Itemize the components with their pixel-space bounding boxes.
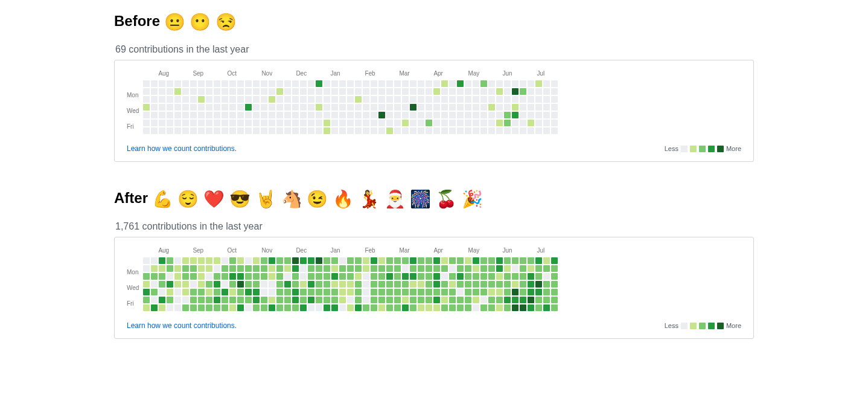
contribution-day[interactable] <box>308 297 314 303</box>
contribution-day[interactable] <box>504 273 511 280</box>
contribution-day[interactable] <box>418 281 424 288</box>
contribution-day[interactable] <box>237 304 244 311</box>
contribution-day[interactable] <box>214 289 220 295</box>
contribution-day[interactable] <box>276 297 283 303</box>
contribution-day[interactable] <box>214 112 220 118</box>
contribution-day[interactable] <box>261 281 267 288</box>
contribution-day[interactable] <box>410 112 416 118</box>
contribution-day[interactable] <box>331 127 338 134</box>
contribution-day[interactable] <box>543 88 550 95</box>
contribution-day[interactable] <box>253 112 260 118</box>
contribution-day[interactable] <box>410 297 416 303</box>
contribution-day[interactable] <box>182 88 189 95</box>
contribution-day[interactable] <box>410 96 416 103</box>
contribution-day[interactable] <box>245 96 252 103</box>
contribution-day[interactable] <box>237 289 244 295</box>
contribution-day[interactable] <box>386 104 393 111</box>
contribution-day[interactable] <box>535 281 542 288</box>
contribution-day[interactable] <box>402 120 409 126</box>
contribution-day[interactable] <box>473 120 479 126</box>
contribution-day[interactable] <box>339 297 346 303</box>
contribution-day[interactable] <box>512 281 519 288</box>
contribution-day[interactable] <box>496 265 503 272</box>
contribution-day[interactable] <box>355 88 362 95</box>
contribution-day[interactable] <box>426 265 432 272</box>
contribution-day[interactable] <box>402 304 409 311</box>
contribution-day[interactable] <box>300 104 307 111</box>
contribution-day[interactable] <box>253 289 260 295</box>
contribution-day[interactable] <box>426 273 432 280</box>
contribution-day[interactable] <box>480 304 487 311</box>
contribution-day[interactable] <box>457 304 464 311</box>
contribution-day[interactable] <box>441 289 448 295</box>
contribution-day[interactable] <box>347 281 354 288</box>
contribution-day[interactable] <box>292 289 299 295</box>
contribution-day[interactable] <box>182 127 189 134</box>
contribution-day[interactable] <box>151 281 158 288</box>
contribution-day[interactable] <box>331 96 338 103</box>
contribution-day[interactable] <box>143 88 150 95</box>
contribution-day[interactable] <box>378 104 385 111</box>
contribution-day[interactable] <box>551 80 558 87</box>
contribution-day[interactable] <box>143 304 150 311</box>
contribution-day[interactable] <box>229 257 236 264</box>
contribution-day[interactable] <box>339 304 346 311</box>
contribution-day[interactable] <box>488 112 495 118</box>
contribution-day[interactable] <box>433 297 440 303</box>
contribution-day[interactable] <box>143 289 150 295</box>
contribution-day[interactable] <box>473 273 479 280</box>
contribution-day[interactable] <box>433 265 440 272</box>
contribution-day[interactable] <box>465 120 471 126</box>
contribution-day[interactable] <box>292 96 299 103</box>
contribution-day[interactable] <box>371 96 377 103</box>
contribution-day[interactable] <box>410 265 416 272</box>
contribution-day[interactable] <box>551 88 558 95</box>
contribution-day[interactable] <box>222 265 228 272</box>
contribution-day[interactable] <box>245 281 252 288</box>
contribution-day[interactable] <box>394 104 401 111</box>
contribution-day[interactable] <box>300 273 307 280</box>
contribution-day[interactable] <box>167 80 173 87</box>
contribution-day[interactable] <box>222 127 228 134</box>
contribution-day[interactable] <box>426 120 432 126</box>
contribution-day[interactable] <box>504 88 511 95</box>
contribution-day[interactable] <box>457 80 464 87</box>
contribution-day[interactable] <box>457 127 464 134</box>
contribution-day[interactable] <box>159 265 165 272</box>
contribution-day[interactable] <box>465 112 471 118</box>
contribution-day[interactable] <box>394 257 401 264</box>
contribution-day[interactable] <box>410 289 416 295</box>
contribution-day[interactable] <box>261 273 267 280</box>
contribution-day[interactable] <box>496 80 503 87</box>
contribution-day[interactable] <box>261 289 267 295</box>
contribution-day[interactable] <box>214 304 220 311</box>
contribution-day[interactable] <box>284 127 291 134</box>
contribution-day[interactable] <box>551 257 558 264</box>
contribution-day[interactable] <box>480 257 487 264</box>
contribution-day[interactable] <box>528 281 534 288</box>
contribution-day[interactable] <box>292 297 299 303</box>
contribution-day[interactable] <box>167 297 173 303</box>
contribution-day[interactable] <box>331 257 338 264</box>
contribution-day[interactable] <box>465 273 471 280</box>
contribution-day[interactable] <box>496 289 503 295</box>
contribution-day[interactable] <box>159 304 165 311</box>
contribution-day[interactable] <box>543 120 550 126</box>
contribution-day[interactable] <box>339 96 346 103</box>
contribution-day[interactable] <box>433 304 440 311</box>
contribution-day[interactable] <box>214 257 220 264</box>
contribution-day[interactable] <box>253 96 260 103</box>
contribution-day[interactable] <box>488 80 495 87</box>
contribution-day[interactable] <box>473 96 479 103</box>
contribution-day[interactable] <box>167 273 173 280</box>
contribution-day[interactable] <box>551 304 558 311</box>
contribution-day[interactable] <box>347 88 354 95</box>
contribution-day[interactable] <box>308 289 314 295</box>
contribution-day[interactable] <box>151 297 158 303</box>
contribution-day[interactable] <box>316 96 322 103</box>
contribution-day[interactable] <box>159 112 165 118</box>
contribution-day[interactable] <box>339 257 346 264</box>
contribution-day[interactable] <box>512 127 519 134</box>
contribution-day[interactable] <box>418 127 424 134</box>
contribution-day[interactable] <box>441 120 448 126</box>
